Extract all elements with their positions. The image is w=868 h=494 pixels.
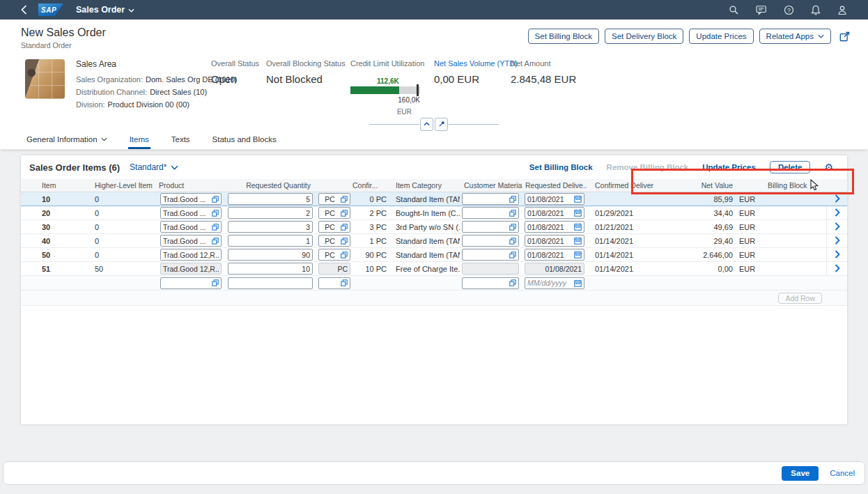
tab-texts[interactable]: Texts (170, 132, 192, 149)
calendar-icon[interactable] (574, 237, 582, 245)
value-help-icon[interactable] (212, 279, 219, 286)
tab-general-information[interactable]: General Information (25, 132, 109, 149)
calendar-icon[interactable] (574, 223, 582, 231)
customer-material-input[interactable] (465, 195, 507, 203)
back-icon[interactable] (21, 5, 27, 15)
table-row[interactable]: 20 0 2 PC Bought-In Item (C... 01/29/202… (21, 206, 847, 220)
cancel-button[interactable]: Cancel (830, 469, 855, 477)
table-row[interactable]: 50 0 90 PC Standard Item (TAN) 01/14/202… (21, 248, 847, 262)
customer-material-input[interactable] (465, 237, 507, 245)
table-update-prices-button[interactable]: Update Prices (702, 163, 756, 171)
value-help-icon[interactable] (212, 238, 219, 245)
product-input[interactable] (163, 209, 210, 217)
row-navigation-chevron[interactable] (835, 264, 840, 274)
calendar-icon[interactable] (574, 279, 582, 287)
col-header-net-value[interactable]: Net Value (666, 181, 733, 190)
requested-delivery-date-input[interactable] (527, 195, 572, 203)
quantity-input[interactable] (231, 237, 310, 245)
product-input[interactable] (163, 251, 219, 259)
pin-header-button[interactable] (435, 118, 448, 131)
variant-selector[interactable]: Standard* (130, 162, 178, 172)
value-help-icon[interactable] (341, 224, 348, 231)
value-help-icon[interactable] (341, 196, 348, 203)
search-icon[interactable] (729, 5, 739, 15)
row-navigation-chevron[interactable] (835, 208, 840, 218)
new-customer-material-input[interactable] (465, 279, 507, 287)
table-row[interactable]: 10 0 0 PC Standard Item (TAN) 85,99 EUR (21, 192, 847, 206)
unit-input[interactable] (321, 209, 339, 217)
update-prices-button[interactable]: Update Prices (689, 29, 753, 44)
value-help-icon[interactable] (509, 224, 516, 231)
value-help-icon[interactable] (509, 210, 516, 217)
value-help-icon[interactable] (212, 224, 219, 231)
table-delete-button[interactable]: Delete (770, 161, 811, 173)
requested-delivery-date-input[interactable] (527, 209, 572, 217)
product-input[interactable] (163, 195, 210, 203)
table-row[interactable]: 51 50 10 PC Free of Charge Ite... 01/14/… (21, 262, 847, 276)
value-help-icon[interactable] (509, 279, 516, 286)
help-icon[interactable]: ? (784, 5, 794, 15)
product-input[interactable] (163, 223, 210, 231)
customer-material-input[interactable] (465, 209, 507, 217)
net-sales-link[interactable]: Net Sales Volume (YTD) (434, 59, 511, 68)
share-icon[interactable] (839, 31, 850, 42)
tab-items[interactable]: Items (128, 132, 150, 149)
col-header-higher-level-item[interactable]: Higher-Level Item (92, 181, 159, 190)
value-help-icon[interactable] (341, 238, 348, 245)
unit-input[interactable] (321, 223, 339, 231)
value-help-icon[interactable] (341, 279, 348, 286)
new-quantity-input[interactable] (231, 279, 310, 287)
tab-status-and-blocks[interactable]: Status and Blocks (211, 132, 278, 149)
customer-material-input[interactable] (465, 223, 507, 231)
col-header-customer-material[interactable]: Customer Material (460, 181, 522, 190)
table-settings-gear-icon[interactable]: ⚙ (824, 162, 833, 172)
requested-delivery-date-input[interactable] (527, 237, 572, 245)
value-help-icon[interactable] (212, 196, 219, 203)
calendar-icon[interactable] (574, 251, 582, 258)
col-header-billing-block[interactable]: Billing Block (762, 181, 826, 190)
new-unit-input[interactable] (321, 279, 339, 287)
feedback-icon[interactable] (756, 5, 767, 15)
save-button[interactable]: Save (782, 466, 819, 481)
unit-input[interactable] (321, 251, 339, 259)
new-product-input[interactable] (163, 279, 210, 287)
table-row[interactable]: 40 0 1 PC Standard Item (TAN) 01/14/2021… (21, 234, 847, 248)
quantity-input[interactable] (231, 251, 310, 259)
col-header-item-category[interactable]: Item Category (390, 181, 460, 190)
col-header-product[interactable]: Product (159, 181, 226, 190)
collapse-header-button[interactable] (420, 118, 433, 131)
table-set-billing-block-button[interactable]: Set Billing Block (529, 163, 593, 171)
calendar-icon[interactable] (574, 209, 582, 217)
value-help-icon[interactable] (509, 238, 516, 245)
notifications-icon[interactable] (811, 5, 821, 15)
col-header-requested-delivery[interactable]: Requested Delive... (522, 181, 587, 190)
row-navigation-chevron[interactable] (835, 194, 840, 204)
value-help-icon[interactable] (509, 252, 516, 258)
customer-material-input[interactable] (465, 251, 507, 259)
row-navigation-chevron[interactable] (835, 222, 840, 232)
user-icon[interactable] (837, 5, 847, 15)
unit-input[interactable] (321, 195, 339, 203)
quantity-input[interactable] (231, 265, 310, 273)
col-header-item[interactable]: Item (35, 181, 92, 190)
set-delivery-block-button[interactable]: Set Delivery Block (605, 29, 683, 44)
col-header-requested-quantity[interactable]: Requested Quantity (226, 181, 316, 190)
requested-delivery-date-input[interactable] (527, 223, 572, 231)
calendar-icon[interactable] (574, 195, 582, 203)
set-billing-block-button[interactable]: Set Billing Block (528, 29, 599, 44)
row-navigation-chevron[interactable] (835, 250, 840, 260)
value-help-icon[interactable] (212, 210, 219, 217)
value-help-icon[interactable] (341, 210, 348, 217)
quantity-input[interactable] (231, 209, 310, 217)
product-input[interactable] (163, 237, 210, 245)
col-header-confirmed[interactable]: Confir... (352, 181, 390, 190)
value-help-icon[interactable] (509, 196, 516, 203)
related-apps-button[interactable]: Related Apps (759, 29, 831, 44)
unit-input[interactable] (321, 237, 339, 245)
table-row[interactable]: 30 0 3 PC 3rd Party w/o SN (... 01/21/20… (21, 220, 847, 234)
quantity-input[interactable] (231, 223, 310, 231)
col-header-confirmed-delivery[interactable]: Confirmed Deliver... (587, 181, 653, 190)
quantity-input[interactable] (231, 195, 310, 203)
new-requested-delivery-date-input[interactable] (527, 279, 572, 287)
app-title-menu[interactable]: Sales Order (76, 5, 134, 15)
